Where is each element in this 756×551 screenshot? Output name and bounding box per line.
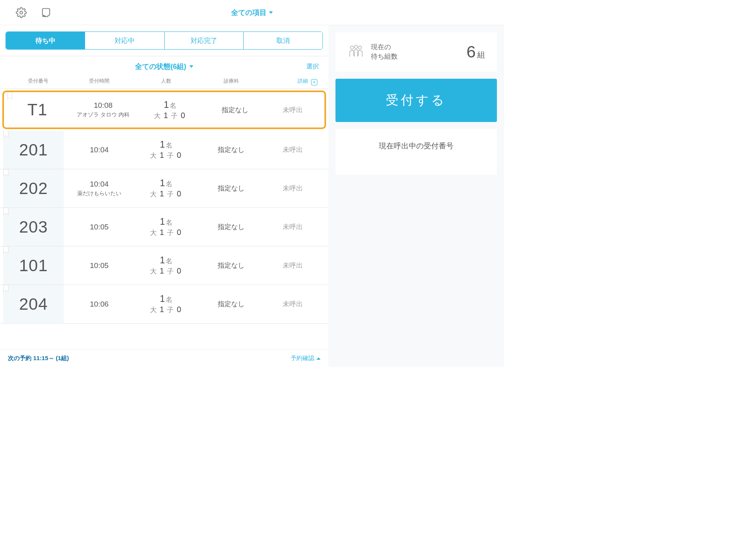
reception-number-cell: 202 <box>3 169 64 207</box>
svg-point-6 <box>358 46 361 49</box>
col-header-num: 受付番号 <box>13 78 64 85</box>
printer-icon[interactable] <box>40 7 52 18</box>
reception-number: 204 <box>19 295 48 314</box>
call-status: 未呼出 <box>265 222 328 231</box>
people-cell: 1名大 1 子 0 <box>135 178 198 199</box>
reception-time: 10:04 <box>64 146 135 154</box>
reception-number: 202 <box>19 179 48 198</box>
svg-point-1 <box>43 16 43 16</box>
waiting-count-card: 現在の 待ち組数 6組 <box>335 32 497 72</box>
chevron-down-icon <box>189 65 193 68</box>
reception-number-cell: 201 <box>3 131 64 169</box>
people-breakdown: 大 1 子 0 <box>139 111 202 120</box>
queue-list: T110:08アオゾラ タロウ 内科1名大 1 子 0指定なし未呼出20110:… <box>0 89 328 349</box>
bookmark-icon[interactable] <box>3 131 9 139</box>
department-cell: 指定なし <box>198 184 265 193</box>
call-status: 未呼出 <box>265 184 328 193</box>
reception-time: 10:08 <box>68 101 139 110</box>
plus-icon[interactable]: + <box>311 79 317 85</box>
reception-subtext: 薬だけもらいたい <box>64 190 135 197</box>
call-status: 未呼出 <box>265 145 328 154</box>
chevron-up-icon <box>317 357 321 360</box>
col-header-dept: 診療科 <box>198 78 265 85</box>
reception-number-cell: 203 <box>3 208 64 246</box>
reception-number: 201 <box>19 141 48 159</box>
people-cell: 1名大 1 子 0 <box>139 100 202 120</box>
people-breakdown: 大 1 子 0 <box>135 228 198 237</box>
reception-time-cell: 10:05 <box>64 261 135 270</box>
state-filter-label: 全ての状態(6組) <box>135 62 186 71</box>
header-title: 全ての項目 <box>231 8 267 17</box>
svg-point-2 <box>44 16 44 16</box>
department-cell: 指定なし <box>198 222 265 231</box>
waiting-label-line1: 現在の <box>371 43 398 52</box>
tab-2[interactable]: 対応完了 <box>165 32 244 49</box>
queue-row[interactable]: 20310:051名大 1 子 0指定なし未呼出 <box>0 208 328 246</box>
settings-icon[interactable] <box>16 7 27 18</box>
reception-time: 10:05 <box>64 223 135 231</box>
bookmark-icon[interactable] <box>7 92 13 100</box>
reception-number: 101 <box>19 256 48 275</box>
footer-bar: 次の予約 11:15～ (1組) 予約確認 <box>0 349 328 367</box>
people-group-icon <box>347 44 365 60</box>
queue-row[interactable]: 20210:04薬だけもらいたい1名大 1 子 0指定なし未呼出 <box>0 169 328 208</box>
calling-card: 現在呼出中の受付番号 <box>335 129 497 175</box>
people-breakdown: 大 1 子 0 <box>135 305 198 314</box>
chevron-down-icon <box>269 11 273 14</box>
call-status: 未呼出 <box>269 105 324 115</box>
people-breakdown: 大 1 子 0 <box>135 151 198 160</box>
header-filter[interactable]: 全ての項目 <box>231 8 273 17</box>
reception-time-cell: 10:05 <box>64 223 135 231</box>
svg-point-5 <box>354 45 358 48</box>
next-reservation-link[interactable]: 次の予約 11:15～ (1組) <box>8 355 69 362</box>
reception-time-cell: 10:04 <box>64 146 135 154</box>
col-header-time: 受付時間 <box>64 78 135 85</box>
bookmark-icon[interactable] <box>3 285 9 293</box>
state-filter[interactable]: 全ての状態(6組) <box>135 62 193 71</box>
people-breakdown: 大 1 子 0 <box>135 266 198 276</box>
reservation-confirm-link[interactable]: 予約確認 <box>291 355 321 362</box>
reception-number: 203 <box>19 218 48 237</box>
queue-row[interactable]: 20110:041名大 1 子 0指定なし未呼出 <box>0 131 328 169</box>
people-cell: 1名大 1 子 0 <box>135 139 198 160</box>
accept-button[interactable]: 受付する <box>335 79 497 122</box>
queue-row[interactable]: 20410:061名大 1 子 0指定なし未呼出 <box>0 285 328 324</box>
department-cell: 指定なし <box>198 300 265 309</box>
queue-row[interactable]: T110:08アオゾラ タロウ 内科1名大 1 子 0指定なし未呼出 <box>2 91 326 129</box>
svg-point-3 <box>45 16 45 16</box>
col-header-people: 人数 <box>135 78 198 85</box>
svg-point-0 <box>20 11 23 14</box>
tab-0[interactable]: 待ち中 <box>6 32 85 49</box>
bookmark-icon[interactable] <box>3 246 9 254</box>
state-filter-row: 全ての状態(6組) 選択 <box>0 56 328 75</box>
reception-number-cell: 101 <box>3 246 64 285</box>
column-headers: 受付番号 受付時間 人数 診療科 詳細 + <box>0 75 328 89</box>
bookmark-icon[interactable] <box>3 208 9 216</box>
queue-row[interactable]: 10110:051名大 1 子 0指定なし未呼出 <box>0 246 328 285</box>
department-cell: 指定なし <box>198 261 265 270</box>
people-cell: 1名大 1 子 0 <box>135 216 198 237</box>
people-cell: 1名大 1 子 0 <box>135 255 198 276</box>
reception-time-cell: 10:08アオゾラ タロウ 内科 <box>68 101 139 118</box>
reception-number-cell: 204 <box>3 285 64 323</box>
call-status: 未呼出 <box>265 261 328 270</box>
reception-time: 10:04 <box>64 180 135 189</box>
reception-time: 10:06 <box>64 300 135 309</box>
topbar: 全ての項目 <box>0 0 504 25</box>
reception-time-cell: 10:06 <box>64 300 135 309</box>
call-status: 未呼出 <box>265 300 328 309</box>
people-breakdown: 大 1 子 0 <box>135 189 198 199</box>
reception-time-cell: 10:04薬だけもらいたい <box>64 180 135 197</box>
tab-1[interactable]: 対応中 <box>85 32 164 49</box>
status-tabs: 待ち中対応中対応完了取消 <box>6 31 323 50</box>
reception-number-cell: T1 <box>7 92 68 128</box>
department-cell: 指定なし <box>198 145 265 154</box>
col-header-detail[interactable]: 詳細 + <box>265 78 322 85</box>
tab-3[interactable]: 取消 <box>244 32 322 49</box>
bookmark-icon[interactable] <box>3 169 9 177</box>
reception-number: T1 <box>27 100 47 119</box>
reception-subtext: アオゾラ タロウ 内科 <box>68 111 139 118</box>
select-link[interactable]: 選択 <box>306 63 319 71</box>
waiting-label-line2: 待ち組数 <box>371 52 398 61</box>
reception-time: 10:05 <box>64 261 135 270</box>
